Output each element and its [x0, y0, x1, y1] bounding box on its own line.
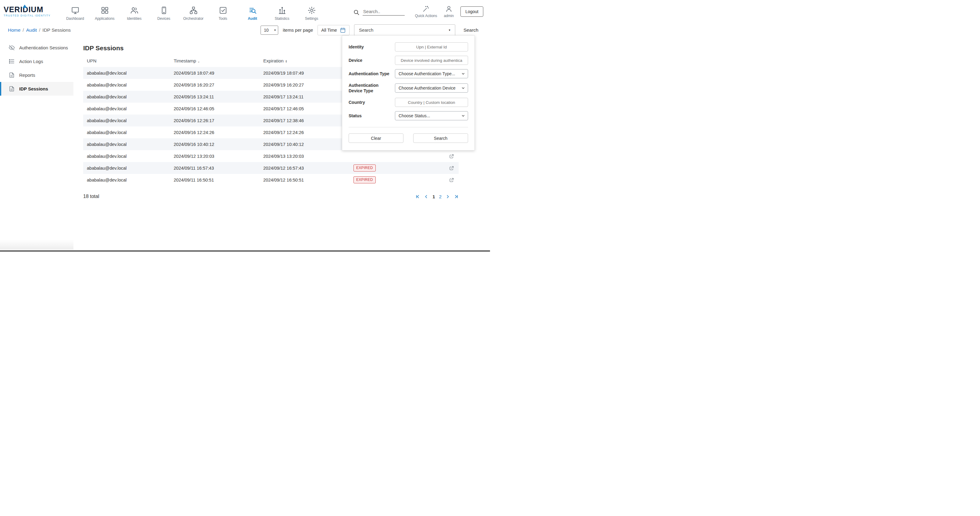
chevron-down-icon: ▾ — [449, 29, 450, 32]
logout-button[interactable]: Logout — [460, 6, 483, 17]
cell-upn: ababalau@dev.local — [83, 94, 174, 99]
quick-actions-label: Quick Actions — [415, 14, 437, 18]
nav-label: Settings — [305, 16, 318, 21]
column-header-timestamp[interactable]: Timestamp⌄ — [174, 58, 263, 64]
pagination-last-button[interactable] — [454, 194, 458, 199]
nav-tools[interactable]: Tools — [208, 2, 238, 21]
user-menu[interactable]: admin — [444, 5, 454, 18]
sidebar-item-authentication-sessions[interactable]: Authentication Sessions — [0, 41, 73, 54]
filter-search-combo[interactable]: Search ▾ — [354, 24, 455, 36]
breadcrumb: Home/Audit/IDP Sessions — [8, 27, 71, 33]
pagination-page-2[interactable]: 2 — [439, 194, 442, 199]
statistics-icon — [278, 6, 286, 14]
global-search-input[interactable] — [363, 8, 405, 16]
cell-upn: ababalau@dev.local — [83, 178, 174, 183]
cell-upn: ababalau@dev.local — [83, 106, 174, 111]
filter-row-authentication-type: Authentication Type Choose Authenticatio… — [348, 69, 468, 78]
pagination-first-button[interactable] — [415, 194, 420, 199]
authentication-device-type-value: Choose Authentication Device — [399, 86, 455, 90]
veridium-logo[interactable]: VERIDIUM TRUSTED DIGITAL IDENTITY — [4, 6, 56, 17]
status-badge: EXPIRED — [353, 176, 376, 183]
breadcrumb-current: IDP Sessions — [42, 27, 71, 33]
authentication-type-select[interactable]: Choose Authentication Type... — [395, 69, 468, 78]
main-nav: Dashboard Applications Identities Device… — [60, 2, 326, 21]
breadcrumb-audit-link[interactable]: Audit — [26, 27, 37, 33]
column-header-upn: UPN — [83, 58, 174, 64]
cell-timestamp: 2024/09/18 16:20:27 — [174, 83, 263, 87]
nav-identities[interactable]: Identities — [119, 2, 149, 21]
device-input[interactable] — [395, 56, 468, 65]
filter-divider — [348, 127, 468, 127]
nav-label: Devices — [157, 16, 170, 21]
open-session-icon[interactable] — [449, 165, 454, 171]
search-icon — [353, 9, 360, 16]
nav-devices[interactable]: Devices — [149, 2, 178, 21]
table-row[interactable]: ababalau@dev.local 2024/09/11 16:57:43 2… — [83, 162, 458, 174]
sidebar-item-reports[interactable]: Reports — [0, 68, 73, 82]
nav-settings[interactable]: Settings — [297, 2, 326, 21]
top-bar: VERIDIUM TRUSTED DIGITAL IDENTITY Dashbo… — [0, 0, 490, 23]
quick-actions-button[interactable]: Quick Actions — [415, 5, 437, 18]
nav-audit[interactable]: Audit — [238, 2, 267, 21]
filter-clear-button[interactable]: Clear — [348, 133, 404, 143]
document-icon — [8, 72, 15, 78]
sidebar-item-action-logs[interactable]: Action Logs — [0, 54, 73, 68]
filter-row-country: Country — [348, 98, 468, 107]
filter-panel: Identity Device Authentication Type Choo… — [342, 35, 475, 151]
nav-label: Statistics — [275, 16, 289, 21]
time-filter-button[interactable]: All Time — [318, 25, 350, 35]
sort-both-icon: ▲▼ — [285, 60, 287, 63]
cell-timestamp: 2024/09/18 18:07:49 — [174, 71, 263, 76]
country-input[interactable] — [395, 98, 468, 107]
bottom-edge-bar — [0, 250, 490, 252]
pagination-next-button[interactable] — [445, 194, 450, 199]
cell-upn: ababalau@dev.local — [83, 71, 174, 76]
nav-orchestrator[interactable]: Orchestrator — [178, 2, 208, 21]
global-search — [353, 8, 405, 16]
column-header-expiration[interactable]: Expiration▲▼ — [263, 58, 353, 64]
nav-label: Audit — [248, 16, 257, 21]
cell-expiration: 2024/09/12 16:50:51 — [263, 178, 353, 183]
sidebar-item-label: IDP Sessions — [19, 86, 48, 91]
filter-search-button[interactable]: Search — [413, 133, 468, 143]
logo-text: VERIDIUM — [4, 6, 56, 13]
chevron-down-icon — [461, 72, 465, 76]
cell-upn: ababalau@dev.local — [83, 166, 174, 171]
sidebar-item-label: Authentication Sessions — [19, 45, 68, 50]
cell-timestamp: 2024/09/12 13:20:03 — [174, 154, 263, 159]
orchestrator-icon — [189, 6, 198, 14]
authentication-type-value: Choose Authentication Type... — [399, 71, 455, 76]
nav-dashboard[interactable]: Dashboard — [60, 2, 90, 21]
status-select[interactable]: Choose Status... — [395, 111, 468, 120]
status-value: Choose Status... — [399, 113, 430, 118]
cell-expiration: 2024/09/17 12:46:05 — [263, 106, 353, 111]
open-session-icon[interactable] — [449, 154, 454, 159]
authentication-device-type-select[interactable]: Choose Authentication Device — [395, 83, 468, 93]
applications-icon — [100, 6, 109, 14]
page-size-select[interactable]: 10 ▾ — [261, 25, 278, 35]
cell-expiration: 2024/09/17 13:24:11 — [263, 94, 353, 99]
cell-timestamp: 2024/09/16 12:26:17 — [174, 118, 263, 123]
table-row[interactable]: ababalau@dev.local 2024/09/12 13:20:03 2… — [83, 150, 458, 162]
cell-upn: ababalau@dev.local — [83, 118, 174, 123]
nav-statistics[interactable]: Statistics — [267, 2, 297, 21]
pagination-prev-button[interactable] — [424, 194, 428, 199]
open-session-icon[interactable] — [449, 177, 454, 183]
status-badge: EXPIRED — [353, 165, 376, 171]
cell-upn: ababalau@dev.local — [83, 154, 174, 159]
authentication-type-label: Authentication Type — [348, 71, 395, 76]
user-label: admin — [444, 14, 454, 18]
list-search-button[interactable]: Search — [460, 25, 482, 35]
list-icon — [8, 58, 15, 65]
filter-row-identity: Identity — [348, 42, 468, 51]
breadcrumb-home-link[interactable]: Home — [8, 27, 21, 33]
table-footer: 18 total 1 2 — [83, 194, 458, 199]
sidebar-item-idp-sessions[interactable]: IDP Sessions — [0, 82, 73, 96]
pagination-page-1[interactable]: 1 — [433, 194, 435, 199]
nav-label: Tools — [218, 16, 227, 21]
cell-timestamp: 2024/09/11 16:50:51 — [174, 178, 263, 183]
nav-applications[interactable]: Applications — [90, 2, 119, 21]
breadcrumb-separator: / — [39, 27, 40, 33]
identity-input[interactable] — [395, 42, 468, 51]
table-row[interactable]: ababalau@dev.local 2024/09/11 16:50:51 2… — [83, 174, 458, 186]
